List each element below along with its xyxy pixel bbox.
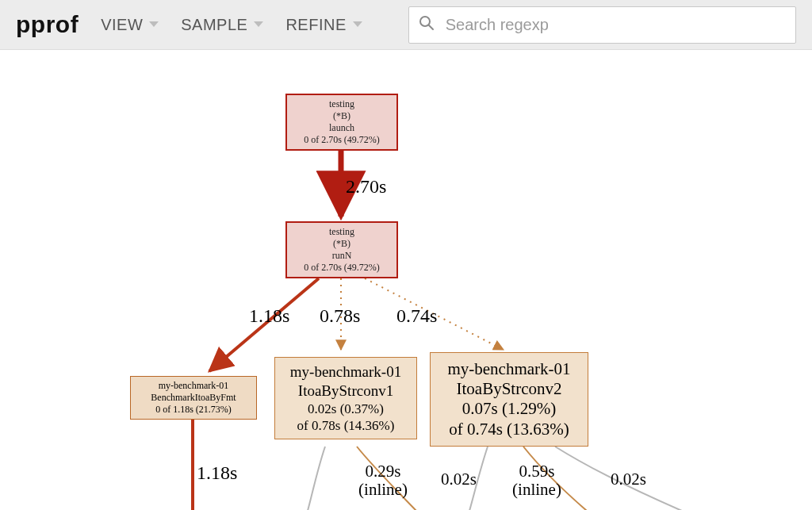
svg-line-4 xyxy=(429,25,433,29)
edge-label: 1.18s xyxy=(249,305,289,326)
edge-weight: 0.29s xyxy=(366,462,401,481)
edge-label-inline: 0.59s (inline) xyxy=(501,462,573,499)
node-benchmark-fmt[interactable]: my-benchmark-01 BenchmarkItoaByFmt 0 of … xyxy=(130,376,257,420)
node-type: (*B) xyxy=(292,110,392,122)
svg-marker-0 xyxy=(149,21,159,27)
node-pkg: my-benchmark-01 xyxy=(280,362,412,382)
chevron-down-icon xyxy=(149,21,159,28)
node-fn: BenchmarkItoaByFmt xyxy=(136,392,251,404)
callgraph-canvas[interactable]: testing (*B) launch 0 of 2.70s (49.72%) … xyxy=(0,50,812,510)
edge-inline: (inline) xyxy=(512,480,561,499)
node-strconv1[interactable]: my-benchmark-01 ItoaByStrconv1 0.02s (0.… xyxy=(274,357,417,439)
menu-sample[interactable]: SAMPLE xyxy=(181,16,263,34)
menu-view-label: VIEW xyxy=(101,16,143,34)
node-stat: 0 of 1.18s (21.73%) xyxy=(136,404,251,416)
node-cum: of 0.78s (14.36%) xyxy=(280,417,412,434)
svg-marker-1 xyxy=(254,21,263,27)
node-fn: ItoaByStrconv2 xyxy=(437,379,581,399)
edge-label: 0.02s xyxy=(441,470,477,489)
node-pkg: my-benchmark-01 xyxy=(136,380,251,392)
edge-label: 0.02s xyxy=(611,470,646,489)
menu-view[interactable]: VIEW xyxy=(101,16,159,34)
chevron-down-icon xyxy=(254,21,263,28)
node-pkg: testing xyxy=(292,98,392,110)
brand-title: pprof xyxy=(16,11,79,38)
node-fn: ItoaByStrconv1 xyxy=(280,382,412,401)
svg-marker-2 xyxy=(353,21,362,27)
node-self: 0.02s (0.37%) xyxy=(280,401,412,417)
edge-inline: (inline) xyxy=(358,480,408,499)
edge-label-inline: 0.29s (inline) xyxy=(347,462,419,499)
node-testing-runN[interactable]: testing (*B) runN 0 of 2.70s (49.72%) xyxy=(285,221,398,278)
menu-refine-label: REFINE xyxy=(285,16,346,34)
search-input[interactable] xyxy=(444,15,786,35)
node-stat: 0 of 2.70s (49.72%) xyxy=(292,262,392,274)
node-fn: runN xyxy=(292,250,392,262)
edge-label: 1.18s xyxy=(197,462,237,483)
toolbar: pprof VIEW SAMPLE REFINE xyxy=(0,0,812,50)
node-pkg: my-benchmark-01 xyxy=(437,359,581,379)
node-pkg: testing xyxy=(292,226,392,238)
node-self: 0.07s (1.29%) xyxy=(437,399,581,419)
edge-weight: 0.59s xyxy=(519,462,555,481)
menu-sample-label: SAMPLE xyxy=(181,16,247,34)
menu-refine[interactable]: REFINE xyxy=(285,16,362,34)
callgraph-edges xyxy=(0,50,812,510)
edge-label: 2.70s xyxy=(346,176,386,197)
node-strconv2[interactable]: my-benchmark-01 ItoaByStrconv2 0.07s (1.… xyxy=(430,352,588,447)
node-testing-launch[interactable]: testing (*B) launch 0 of 2.70s (49.72%) xyxy=(285,94,398,151)
edge-label: 0.78s xyxy=(320,305,360,326)
node-fn: launch xyxy=(292,122,392,134)
node-cum: of 0.74s (13.63%) xyxy=(437,420,581,439)
svg-point-3 xyxy=(420,17,430,26)
node-stat: 0 of 2.70s (49.72%) xyxy=(292,134,392,146)
search-box[interactable] xyxy=(408,6,796,44)
edge-label: 0.74s xyxy=(396,305,437,326)
search-icon xyxy=(419,15,435,34)
node-type: (*B) xyxy=(292,238,392,250)
chevron-down-icon xyxy=(353,21,362,28)
